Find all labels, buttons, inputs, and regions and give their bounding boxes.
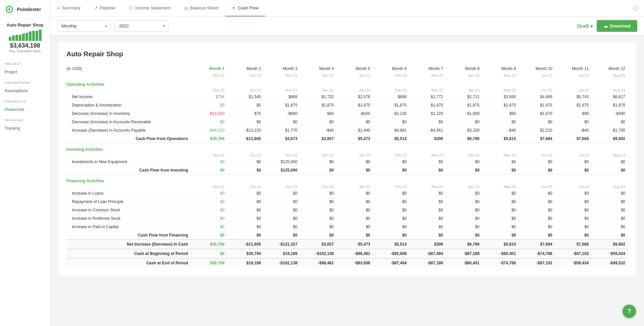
pipeline-icon: ↗ xyxy=(94,5,98,11)
tab-pipeline[interactable]: ↗ Pipeline xyxy=(87,0,122,16)
income-statement-icon: ☐ xyxy=(129,5,133,11)
tab-income-statement-label: Income Statement xyxy=(135,5,171,10)
help-icon[interactable]: ⓘ xyxy=(627,0,644,16)
download-label: Download xyxy=(610,23,631,28)
download-icon: ☁ xyxy=(603,23,608,28)
tab-balance-sheet[interactable]: ◎ Balance Sheet xyxy=(177,0,225,16)
company-name: Auto Repair Shop xyxy=(4,19,46,29)
svg-point-2 xyxy=(8,8,10,10)
logo-text: Poindexter xyxy=(17,7,41,12)
tab-pipeline-label: Pipeline xyxy=(100,5,115,10)
tab-summary[interactable]: ≡ Summary xyxy=(50,0,87,16)
sidebar-item-assumptions[interactable]: Assumptions xyxy=(0,86,50,96)
sidebar: Poindexter Auto Repair Shop $3,634,198 A… xyxy=(0,0,50,326)
period-select[interactable]: Monthly Quarterly Annually xyxy=(57,20,111,31)
summary-icon: ≡ xyxy=(57,5,60,11)
balance-sheet-icon: ◎ xyxy=(184,5,188,11)
year-select-wrapper: 2021 2022 2023 ▾ xyxy=(115,20,168,31)
main-content-area: ≡ Summary ↗ Pipeline ☐ Income Statement … xyxy=(50,0,644,326)
sidebar-section-financials: FINANCIALS xyxy=(0,96,50,105)
help-fab-button[interactable]: ? xyxy=(623,305,636,318)
draft-label: Draft xyxy=(577,23,589,29)
draft-selector[interactable]: Draft ▾ xyxy=(577,23,593,29)
draft-chevron: ▾ xyxy=(590,23,593,29)
metric-label: Avg. Estimated Value xyxy=(9,49,41,53)
tab-income-statement[interactable]: ☐ Income Statement xyxy=(122,0,177,16)
sidebar-section-project: PROJECT xyxy=(0,58,50,67)
year-select[interactable]: 2021 2022 2023 xyxy=(115,20,168,31)
sidebar-item-tracking[interactable]: Tracking xyxy=(0,123,50,133)
tab-cash-flow[interactable]: ✕ Cash Flow xyxy=(225,0,265,16)
sidebar-navigation: PROJECT Project ASSUMPTIONS Assumptions … xyxy=(0,58,50,133)
cash-flow-table: (In USD)Month 1Month 2Month 3Month 4Mont… xyxy=(66,65,628,267)
mini-bar-chart xyxy=(5,29,45,42)
tab-cash-flow-label: Cash Flow xyxy=(238,5,258,10)
toolbar: Monthly Quarterly Annually ▾ 2021 2022 2… xyxy=(50,17,644,36)
logo-area: Poindexter xyxy=(0,0,50,19)
report-card: Auto Repair Shop (In USD)Month 1Month 2M… xyxy=(58,42,636,275)
period-select-wrapper: Monthly Quarterly Annually ▾ xyxy=(57,20,111,31)
tab-summary-label: Summary xyxy=(62,5,80,10)
sidebar-item-project[interactable]: Project xyxy=(0,67,50,77)
tab-balance-sheet-label: Balance Sheet xyxy=(190,5,219,10)
poindexter-logo-icon xyxy=(4,4,15,15)
download-button[interactable]: ☁ Download xyxy=(597,20,637,32)
metric-value: $3,634,198 xyxy=(10,42,40,49)
report-title: Auto Repair Shop xyxy=(66,50,628,58)
sidebar-item-financials[interactable]: Financials xyxy=(0,105,50,115)
content-area: Auto Repair Shop (In USD)Month 1Month 2M… xyxy=(50,36,644,326)
cash-flow-icon: ✕ xyxy=(232,5,236,11)
top-navigation: ≡ Summary ↗ Pipeline ☐ Income Statement … xyxy=(50,0,644,17)
sidebar-section-tracking: TRACKING xyxy=(0,115,50,123)
sidebar-section-assumptions: ASSUMPTIONS xyxy=(0,77,50,86)
